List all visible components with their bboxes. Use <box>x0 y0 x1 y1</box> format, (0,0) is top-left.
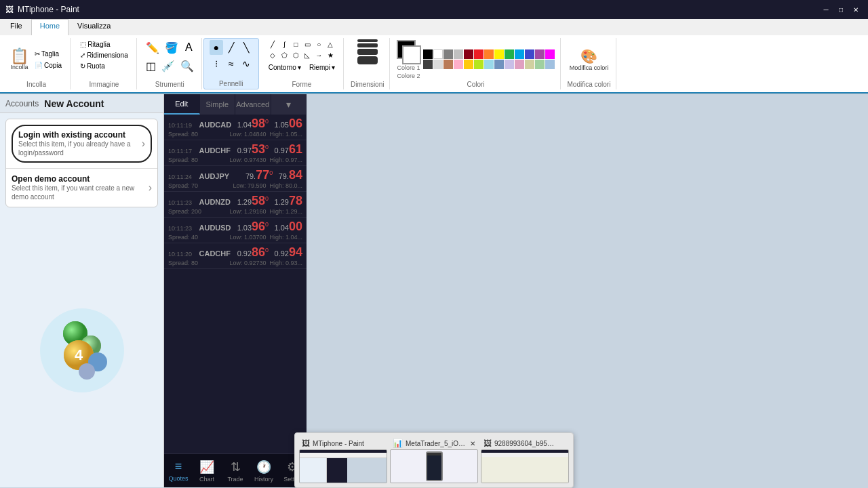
audjpy-bid-big: 77 <box>256 168 269 182</box>
swatch-red[interactable] <box>474 49 484 59</box>
swatch-magenta[interactable] <box>545 49 555 59</box>
swatch-black[interactable] <box>423 49 433 59</box>
eraser-tool[interactable]: ◫ <box>144 58 158 75</box>
shape-triangle[interactable]: △ <box>325 39 336 49</box>
swatch-gray[interactable] <box>443 49 453 59</box>
mt-close-button[interactable]: ✕ <box>470 440 475 447</box>
maximize-button[interactable]: □ <box>834 3 848 16</box>
brush-oil[interactable]: ≈ <box>224 56 238 71</box>
taskbar-item-metatrader[interactable]: 📊 MetaTrader_5_iOS_build_... ✕ <box>390 437 478 483</box>
fill-tool[interactable]: 🪣 <box>163 39 180 56</box>
modifica-colori-button[interactable]: 🎨 Modifica colori <box>568 46 611 73</box>
swatch-yellow[interactable] <box>494 49 504 59</box>
ridimensiona-button[interactable]: ⤢ Ridimensiona <box>77 50 131 60</box>
accounts-tab[interactable]: Accounts <box>5 99 39 108</box>
audusd-time: 10:11:23 <box>168 225 192 232</box>
swatch-lavender[interactable] <box>505 60 514 69</box>
shape-pentagon[interactable]: ⬠ <box>279 50 290 60</box>
brush-calligraphy1[interactable]: ╱ <box>224 40 238 55</box>
demo-option[interactable]: Open demo account Select this item, if y… <box>6 169 157 207</box>
cadchf-lowhigh: Low: 0.92730 High: 0.93... <box>229 260 302 266</box>
swatch-steel[interactable] <box>494 60 504 69</box>
swatch-lightgray[interactable] <box>433 60 443 69</box>
ruota-button[interactable]: ↻ Ruota <box>77 61 108 71</box>
incolla-button[interactable]: 📋 Incolla <box>8 47 31 73</box>
shape-hex[interactable]: ⬡ <box>290 50 301 60</box>
swatch-gold[interactable] <box>464 60 473 69</box>
size-1[interactable] <box>357 39 378 42</box>
cadchf-time: 10:11:20 <box>168 251 192 258</box>
swatch-pink[interactable] <box>454 60 463 69</box>
close-button[interactable]: ✕ <box>849 3 863 16</box>
cadchf-bid-big: 86 <box>252 245 265 259</box>
taskbar-item-paint[interactable]: 🖼 MTiphone - Paint <box>299 437 387 483</box>
shape-right-tri[interactable]: ◺ <box>302 50 313 60</box>
swatch-blue[interactable] <box>525 49 534 59</box>
brush-watercolor[interactable]: ∿ <box>239 56 253 71</box>
contorno-button[interactable]: Contorno▾ <box>266 62 304 73</box>
color2-swatch[interactable] <box>402 45 421 64</box>
copy-icon: 📄 <box>35 62 43 69</box>
quote-audcad[interactable]: 10:11:19 AUDCAD 1.04980 1.0506 Spread: 8… <box>164 115 307 140</box>
modifica-content: 🎨 Modifica colori <box>568 39 611 79</box>
taglia-button[interactable]: ✂ Taglia <box>32 49 64 59</box>
calligraphy1-icon: ╱ <box>229 42 234 53</box>
minimize-button[interactable]: ─ <box>819 3 833 16</box>
quote-audnzd[interactable]: 10:11:23 AUDNZD 1.29580 1.2978 Spread: 2… <box>164 192 307 218</box>
taskbar-item-paint2[interactable]: 🖼 9288993604_b95d885a7f_o - Pa... <box>481 437 569 483</box>
size-4[interactable] <box>357 56 378 64</box>
tab-file[interactable]: File <box>1 19 31 35</box>
shape-rect[interactable]: □ <box>290 39 301 49</box>
shape-line[interactable]: ╱ <box>267 39 278 49</box>
swatch-purple[interactable] <box>535 49 545 59</box>
shape-diamond[interactable]: ◇ <box>267 50 278 60</box>
text-tool[interactable]: A <box>182 39 195 56</box>
copia-button[interactable]: 📄 Copia <box>32 60 64 70</box>
swatch-rose[interactable] <box>515 60 524 69</box>
shape-roundrect[interactable]: ▭ <box>302 39 313 49</box>
shape-star5[interactable]: ★ <box>325 50 336 60</box>
tab-extra[interactable]: ▾ <box>271 94 307 115</box>
swatch-mint[interactable] <box>535 60 545 69</box>
shape-ellipse[interactable]: ○ <box>313 39 324 49</box>
paint2-thumb-content <box>481 450 568 483</box>
ritaglia-button[interactable]: ⬚ Ritaglia <box>77 39 113 49</box>
login-option[interactable]: Login with existing account Select this … <box>12 125 152 163</box>
quote-audjpy[interactable]: 10:11:24 AUDJPY 79.770 79.84 Spread: 70 … <box>164 166 307 192</box>
swatch-green[interactable] <box>505 49 514 59</box>
picker-tool[interactable]: 💉 <box>159 58 177 75</box>
riempi-button[interactable]: Riempi▾ <box>307 62 338 73</box>
cadchf-ask-big: 94 <box>289 245 302 259</box>
swatch-tan[interactable] <box>525 60 534 69</box>
brush-round[interactable]: ● <box>210 40 223 55</box>
swatch-lightblue[interactable] <box>484 60 494 69</box>
shape-curve[interactable]: ∫ <box>279 39 290 49</box>
swatch-orange[interactable] <box>484 49 494 59</box>
swatch-white[interactable] <box>433 49 443 59</box>
taskbar-item-paint-header: 🖼 MTiphone - Paint <box>299 437 387 449</box>
tab-simple[interactable]: Simple <box>200 94 236 115</box>
swatch-brown[interactable] <box>443 60 453 69</box>
swatch-silver[interactable] <box>454 49 463 59</box>
magnify-tool[interactable]: 🔍 <box>178 58 196 75</box>
curve-icon: ∫ <box>283 41 285 48</box>
swatch-cyan[interactable] <box>515 49 524 59</box>
quote-audusd[interactable]: 10:11:23 AUDUSD 1.03960 1.0400 Spread: 4… <box>164 218 307 243</box>
swatch-sky[interactable] <box>545 60 555 69</box>
tab-edit[interactable]: Edit <box>164 94 200 115</box>
pencil-tool[interactable]: ✏️ <box>144 39 161 56</box>
quote-audchf[interactable]: 10:11:17 AUDCHF 0.97530 0.9761 Spread: 8… <box>164 140 307 166</box>
size-2[interactable] <box>357 43 378 47</box>
brush-spray[interactable]: ⁝ <box>210 56 223 71</box>
swatch-lime[interactable] <box>474 60 484 69</box>
quote-cadchf[interactable]: 10:11:20 CADCHF 0.92860 0.9294 Spread: 8… <box>164 243 307 269</box>
size-3[interactable] <box>357 49 378 55</box>
swatch-darkred[interactable] <box>464 49 473 59</box>
tab-visualizza[interactable]: Visualizza <box>68 19 119 35</box>
tab-advanced[interactable]: Advanced <box>235 94 271 115</box>
cadchf-spread: Spread: 80 <box>168 260 198 266</box>
tab-home[interactable]: Home <box>31 19 68 35</box>
brush-calligraphy2[interactable]: ╲ <box>239 40 253 55</box>
shape-arrow[interactable]: → <box>313 50 324 60</box>
swatch-darkgray[interactable] <box>423 60 433 69</box>
